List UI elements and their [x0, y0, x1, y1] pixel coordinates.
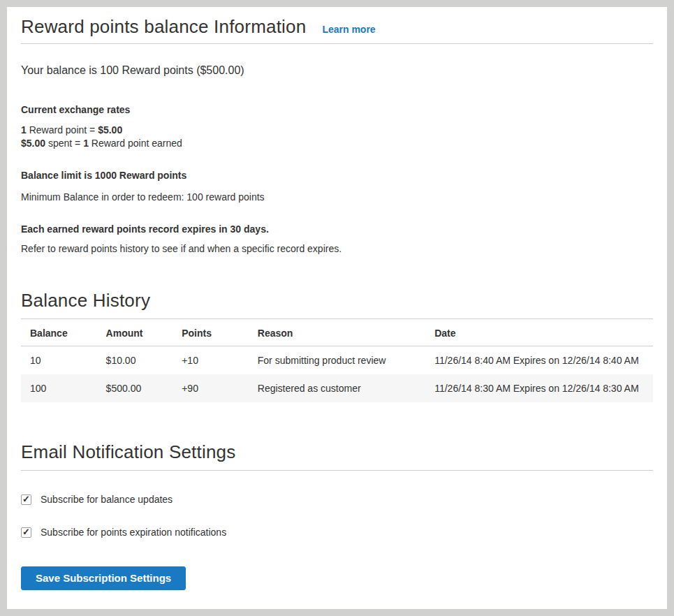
exchange-rates-heading: Current exchange rates [21, 103, 653, 116]
cell-reason: Registered as customer [249, 374, 425, 402]
subscribe-expiration-notifications-label: Subscribe for points expiration notifica… [41, 527, 226, 538]
expiry-heading: Each earned reward points record expires… [21, 223, 653, 235]
subscribe-balance-updates-checkbox[interactable] [21, 494, 31, 505]
page-title: Reward points balance Information [21, 15, 306, 38]
table-header-row: Balance Amount Points Reason Date [21, 319, 653, 346]
cell-date: 11/26/14 8:40 AM Expires on 12/26/14 8:4… [425, 346, 653, 375]
column-header-balance: Balance [21, 319, 97, 346]
balance-history-section: Balance History Balance Amount Points Re… [21, 290, 653, 402]
cell-points: +90 [173, 374, 249, 402]
rate2-amount: $5.00 [21, 138, 45, 149]
balance-limit-heading: Balance limit is 1000 Reward points [21, 169, 653, 182]
email-notification-title: Email Notification Settings [21, 441, 653, 471]
column-header-points: Points [173, 319, 249, 346]
table-row: 10 $10.00 +10 For submitting product rev… [21, 346, 653, 375]
expiry-note: Refer to reward points history to see if… [21, 242, 653, 255]
rate-line-2: $5.00 spent = 1 Reward point earned [21, 138, 182, 149]
subscribe-expiration-notifications-checkbox[interactable] [21, 527, 31, 538]
exchange-rates-lines: 1 Reward point = $5.00 $5.00 spent = 1 R… [21, 124, 653, 150]
balance-history-table: Balance Amount Points Reason Date 10 $10… [21, 319, 653, 402]
column-header-amount: Amount [97, 319, 173, 346]
minimum-balance-text: Minimum Balance in order to redeem: 100 … [21, 191, 653, 203]
subscribe-expiration-notifications-option[interactable]: Subscribe for points expiration notifica… [21, 527, 653, 538]
cell-balance: 10 [21, 346, 97, 375]
subscribe-balance-updates-option[interactable]: Subscribe for balance updates [21, 494, 653, 505]
balance-message: Your balance is 100 Reward points ($500.… [21, 63, 653, 78]
email-notification-section: Email Notification Settings Subscribe fo… [21, 441, 653, 590]
learn-more-link[interactable]: Learn more [322, 24, 375, 35]
cell-date: 11/26/14 8:30 AM Expires on 12/26/14 8:3… [425, 374, 653, 402]
cell-reason: For submitting product review [249, 346, 425, 375]
rate2-text: spent = [45, 138, 83, 149]
subscribe-balance-updates-label: Subscribe for balance updates [41, 494, 173, 505]
cell-amount: $10.00 [97, 346, 173, 375]
rate1-text: Reward point = [27, 124, 98, 135]
rate2-suffix: Reward point earned [89, 138, 182, 149]
cell-amount: $500.00 [97, 374, 173, 402]
table-row: 100 $500.00 +90 Registered as customer 1… [21, 374, 653, 402]
rate1-value: 1 [21, 124, 27, 135]
balance-history-title: Balance History [21, 290, 653, 319]
card-header: Reward points balance Information Learn … [21, 15, 653, 44]
page-background: Reward points balance Information Learn … [0, 0, 674, 616]
cell-balance: 100 [21, 374, 97, 402]
cell-points: +10 [173, 346, 249, 375]
reward-points-card: Reward points balance Information Learn … [7, 7, 667, 609]
column-header-reason: Reason [249, 319, 425, 346]
rate2-value: 1 [83, 138, 89, 149]
rate-line-1: 1 Reward point = $5.00 [21, 124, 122, 135]
save-subscription-settings-button[interactable]: Save Subscription Settings [21, 566, 186, 590]
column-header-date: Date [425, 319, 653, 346]
rate1-amount: $5.00 [98, 124, 122, 135]
